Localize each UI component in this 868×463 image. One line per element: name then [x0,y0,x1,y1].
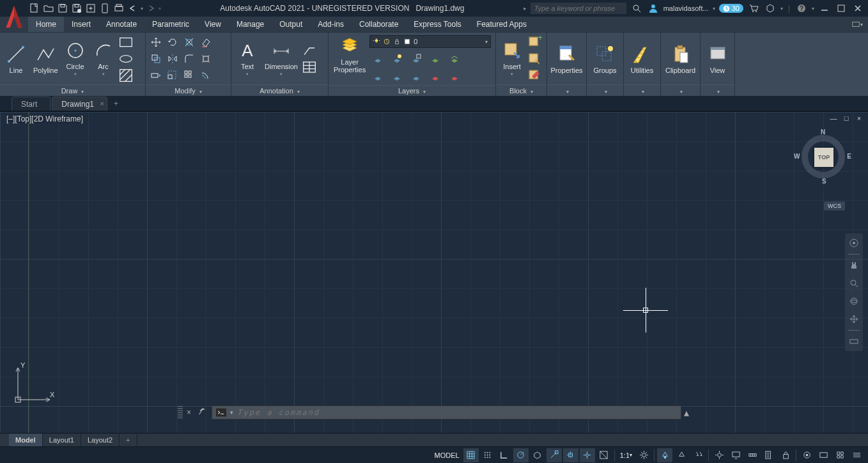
arc-button[interactable]: Arc [90,38,117,79]
drawing-canvas[interactable]: [–][Top][2D Wireframe] — □ × Y X TOP N S… [0,111,868,433]
status-scale[interactable]: 1:1 ▾ [617,448,635,462]
tab-insert[interactable]: Insert [64,17,98,32]
fillet-icon[interactable] [182,51,197,67]
tab-express[interactable]: Express Tools [406,17,469,32]
status-iso-icon[interactable] [530,448,545,462]
tab-output[interactable]: Output [272,17,310,32]
qat-plot-icon[interactable] [112,2,125,15]
viewport-minimize-icon[interactable]: — [828,113,839,123]
status-hwaccel-icon[interactable] [816,448,831,462]
layer-dropdown[interactable]: 0 ▾ [369,35,491,48]
panel-annotation-title[interactable]: Annotation [231,84,328,96]
panel-modify-title[interactable]: Modify [146,84,231,96]
status-lwt-icon[interactable] [580,448,595,462]
nav-zoom-icon[interactable] [847,276,861,290]
trim-icon[interactable] [182,35,197,50]
qat-mobile-icon[interactable] [98,2,111,15]
minimize-button[interactable] [818,2,831,15]
layout-tab-layout1[interactable]: Layout1 [43,434,81,446]
leader-icon[interactable] [302,43,317,58]
status-transparency-icon[interactable] [596,448,612,462]
offset-icon[interactable] [198,68,213,83]
commandline-history-icon[interactable]: ▴ [684,407,689,419]
viewport-close-icon[interactable]: × [854,113,864,123]
status-annoscale-icon[interactable] [657,448,672,462]
tab-drawing1[interactable]: Drawing1 × [52,97,107,111]
layer-off-icon[interactable] [369,52,386,66]
user-name[interactable]: malavidasoft... [663,4,709,12]
layer-merge-icon[interactable] [446,70,463,84]
tab-view[interactable]: View [197,17,229,32]
panel-properties-expand[interactable] [547,84,586,96]
nav-wheel-icon[interactable] [847,236,861,250]
layer-walk-icon[interactable] [408,70,424,84]
app-logo[interactable] [0,0,28,35]
view-cube[interactable]: TOP N S E W [798,131,849,182]
rotate-icon[interactable] [165,35,180,50]
nav-pan-icon[interactable] [847,258,861,272]
status-grid-icon[interactable] [463,448,479,462]
panel-view-expand[interactable] [701,84,734,96]
ellipse-icon[interactable] [118,51,134,67]
viewport-maximize-icon[interactable]: □ [841,113,851,123]
tab-featured[interactable]: Featured Apps [469,17,534,32]
stretch-icon[interactable] [148,68,164,83]
status-gear-icon[interactable] [636,448,651,462]
search-icon[interactable] [630,2,643,15]
hatch-icon[interactable] [118,68,134,83]
commandline-settings-icon[interactable] [195,407,209,418]
tab-start[interactable]: Start [12,97,50,111]
search-input[interactable] [531,3,626,14]
qat-new-icon[interactable] [28,2,41,15]
create-block-icon[interactable]: + [527,35,542,50]
array-icon[interactable] [182,68,197,83]
clipboard-button[interactable]: Clipboard [663,42,697,75]
circle-button[interactable]: Circle [62,38,89,79]
wcs-badge[interactable]: WCS [824,201,845,210]
layer-match-icon[interactable] [427,52,444,66]
close-button[interactable] [851,2,864,15]
dimension-button[interactable]: Dimension [262,38,300,79]
commandline-close-icon[interactable]: × [185,408,192,417]
panel-clipboard-expand[interactable] [661,84,700,96]
table-icon[interactable] [302,59,317,75]
status-polar-icon[interactable] [513,448,529,462]
status-workspace-icon[interactable] [711,448,727,462]
view-button[interactable]: View [704,42,731,75]
erase-icon[interactable] [198,35,213,50]
rectangle-icon[interactable] [118,35,134,50]
text-button[interactable]: A Text [234,38,261,79]
status-annovis-icon[interactable] [674,448,689,462]
properties-button[interactable]: Properties [550,42,584,75]
panel-utilities-expand[interactable] [624,84,660,96]
status-otrack-icon[interactable] [563,448,578,462]
status-customize-icon[interactable] [849,448,864,462]
status-units-icon[interactable] [745,448,760,462]
edit-attr-icon[interactable] [527,68,542,83]
tab-parametric[interactable]: Parametric [144,17,197,32]
copy-icon[interactable] [148,51,164,67]
qat-save-icon[interactable] [56,2,69,15]
layer-change-icon[interactable] [427,70,444,84]
status-qprop-icon[interactable] [761,448,777,462]
groups-button[interactable]: Groups [591,42,619,75]
panel-groups-expand[interactable] [587,84,623,96]
tab-addins[interactable]: Add-ins [310,17,352,32]
status-ortho-icon[interactable] [497,448,512,462]
status-annoauto-icon[interactable] [690,448,706,462]
nav-more-icon[interactable] [847,334,861,349]
tab-manage[interactable]: Manage [229,17,272,32]
cart-icon[interactable] [747,2,760,15]
utilities-button[interactable]: Utilities [628,42,656,75]
maximize-button[interactable] [835,2,848,15]
qat-redo-icon[interactable] [144,2,157,15]
line-button[interactable]: Line [3,42,29,75]
qat-undo-icon[interactable] [127,2,139,15]
ribbon-expand-icon[interactable]: ▾ [846,17,868,32]
tab-new-icon[interactable]: + [109,97,123,111]
status-annomon-icon[interactable] [728,448,743,462]
layout-tab-model[interactable]: Model [9,434,43,446]
status-osnap-icon[interactable] [546,448,562,462]
insert-block-button[interactable]: Insert [499,38,525,79]
layer-prev-icon[interactable] [369,70,386,84]
